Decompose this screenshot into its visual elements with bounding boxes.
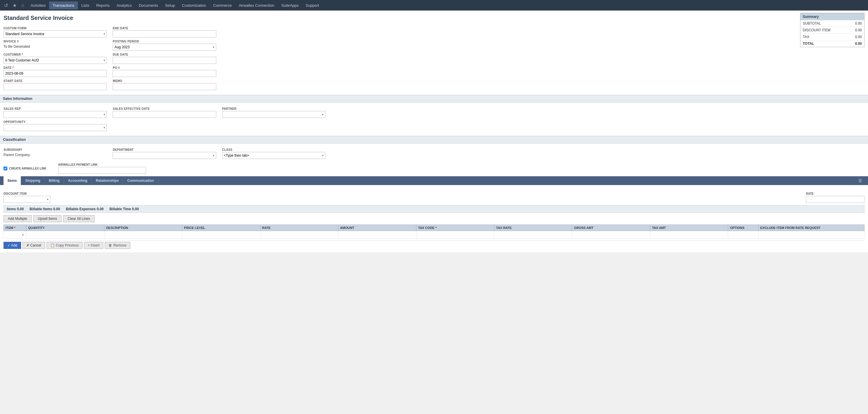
cell-rate[interactable]	[260, 231, 338, 239]
amount-input[interactable]	[340, 233, 414, 237]
opportunity-select[interactable]	[3, 124, 107, 131]
home-icon[interactable]: ⌂	[20, 1, 26, 9]
nav-lists[interactable]: Lists	[78, 1, 93, 9]
partner-select-wrap[interactable]	[222, 111, 326, 118]
date-field: DATE *	[3, 66, 107, 77]
nav-transactions[interactable]: Transactions	[49, 1, 78, 9]
tax-code-input[interactable]	[418, 233, 493, 237]
cell-amount[interactable]	[338, 231, 416, 239]
tab-billing[interactable]: Billing	[45, 176, 64, 185]
history-icon[interactable]: ↺	[2, 1, 10, 9]
tab-communication[interactable]: Communication	[123, 176, 158, 185]
customer-select[interactable]: 6 Test Customer AUD	[3, 57, 107, 64]
nav-airwallex[interactable]: Airwallex Connection	[235, 1, 278, 9]
nav-reports[interactable]: Reports	[93, 1, 113, 9]
create-airwallex-checkbox[interactable]	[3, 167, 7, 170]
table-row	[4, 231, 865, 239]
rate-label: RATE	[806, 192, 865, 195]
cell-quantity[interactable]	[26, 231, 104, 239]
summary-panel: Summary SUBTOTAL 0.00 DISCOUNT ITEM 0.00…	[800, 13, 865, 47]
col-description: DESCRIPTION	[104, 225, 182, 231]
end-date-label: END DATE	[113, 27, 216, 30]
tab-shipping[interactable]: Shipping	[21, 176, 44, 185]
po-input[interactable]	[113, 70, 216, 77]
nav-activities[interactable]: Activities	[27, 1, 49, 9]
class-select-wrap[interactable]: <Type then tab>	[222, 152, 326, 159]
remove-button[interactable]: 🗑 Remove	[105, 242, 130, 249]
cell-price-level[interactable]	[182, 231, 260, 239]
date-input[interactable]	[3, 70, 107, 77]
airwallex-payment-input[interactable]	[58, 167, 146, 174]
nav-support[interactable]: Support	[302, 1, 323, 9]
nav-setup[interactable]: Setup	[161, 1, 179, 9]
department-select[interactable]	[113, 152, 216, 159]
summary-title: Summary	[800, 13, 864, 20]
subsidiary-field: SUBSIDIARY Parent Company	[3, 148, 107, 159]
sales-rep-select-wrap[interactable]	[3, 111, 107, 118]
main-content: Standard Service Invoice Summary SUBTOTA…	[0, 10, 868, 187]
cell-tax-amt[interactable]	[650, 231, 728, 239]
gross-amt-input[interactable]	[574, 233, 648, 237]
remove-icon: 🗑	[108, 243, 112, 247]
tab-accounting[interactable]: Accounting	[64, 176, 92, 185]
copy-previous-button[interactable]: 📋 Copy Previous	[46, 242, 83, 249]
department-select-wrap[interactable]	[113, 152, 216, 159]
customer-field: CUSTOMER * 6 Test Customer AUD	[3, 53, 107, 64]
partner-select[interactable]	[222, 111, 326, 118]
posting-period-select[interactable]: Aug 2023	[113, 43, 216, 51]
row-rate-input[interactable]	[262, 233, 337, 237]
cell-options[interactable]	[728, 231, 758, 239]
star-icon[interactable]: ★	[11, 1, 19, 9]
cell-exclude[interactable]	[758, 231, 864, 239]
add-multiple-button[interactable]: Add Multiple	[3, 215, 32, 222]
po-field: PO #	[113, 66, 216, 77]
class-select[interactable]: <Type then tab>	[222, 152, 326, 159]
department-label: DEPARTMENT	[113, 148, 216, 151]
billable-expenses-count: Billable Expenses 0.00	[66, 207, 103, 211]
cell-gross-amt[interactable]	[572, 231, 650, 239]
cancel-button[interactable]: ✗ Cancel	[23, 242, 45, 249]
tab-relationships[interactable]: Relationships	[92, 176, 123, 185]
invoice-field: INVOICE # To Be Generated	[3, 40, 107, 51]
cell-description[interactable]	[104, 231, 182, 239]
nav-commerce[interactable]: Commerce	[210, 1, 235, 9]
insert-button[interactable]: + Insert	[84, 242, 103, 249]
custom-form-select[interactable]: Standard Service Invoice	[3, 30, 107, 37]
memo-input[interactable]	[113, 83, 216, 90]
tabs-menu-icon[interactable]: ☰	[856, 177, 865, 184]
summary-discount-label: DISCOUNT ITEM	[800, 27, 847, 34]
custom-form-select-wrap[interactable]: Standard Service Invoice	[3, 30, 107, 37]
opportunity-select-wrap[interactable]	[3, 124, 107, 131]
tab-items[interactable]: Items	[3, 176, 21, 185]
discount-item-select-wrap[interactable]	[3, 196, 50, 203]
quantity-input[interactable]	[28, 233, 102, 237]
nav-suiteapps[interactable]: SuiteApps	[278, 1, 302, 9]
sales-rep-select[interactable]	[3, 111, 107, 118]
nav-analytics[interactable]: Analytics	[113, 1, 135, 9]
due-date-input[interactable]	[113, 57, 216, 64]
tax-amt-input[interactable]	[652, 233, 726, 237]
cell-tax-rate[interactable]	[494, 231, 572, 239]
start-date-field: START DATE	[3, 79, 107, 90]
items-count: Items 0.00	[7, 207, 24, 211]
sales-eff-date-input[interactable]	[113, 111, 216, 118]
posting-period-select-wrap[interactable]: Aug 2023	[113, 43, 216, 51]
tax-rate-input[interactable]	[496, 233, 570, 237]
nav-customization[interactable]: Customization	[179, 1, 210, 9]
cell-tax-code[interactable]	[416, 231, 494, 239]
clear-all-lines-button[interactable]: Clear All Lines	[63, 215, 95, 222]
price-level-input[interactable]	[184, 233, 258, 237]
nav-documents[interactable]: Documents	[135, 1, 161, 9]
bottom-action-buttons: ✓ Add ✗ Cancel 📋 Copy Previous + Insert …	[3, 240, 865, 250]
customer-select-wrap[interactable]: 6 Test Customer AUD	[3, 57, 107, 64]
col-gross-amt: GROSS AMT	[572, 225, 650, 231]
rate-input[interactable]	[806, 196, 865, 203]
end-date-input[interactable]	[113, 30, 216, 37]
discount-item-select[interactable]	[3, 196, 50, 203]
add-button[interactable]: ✓ Add	[3, 242, 21, 249]
start-date-input[interactable]	[3, 83, 107, 90]
upsell-items-button[interactable]: Upsell Items	[33, 215, 61, 222]
cell-item[interactable]	[4, 231, 26, 239]
description-input[interactable]	[106, 233, 181, 237]
item-select[interactable]	[5, 233, 25, 237]
